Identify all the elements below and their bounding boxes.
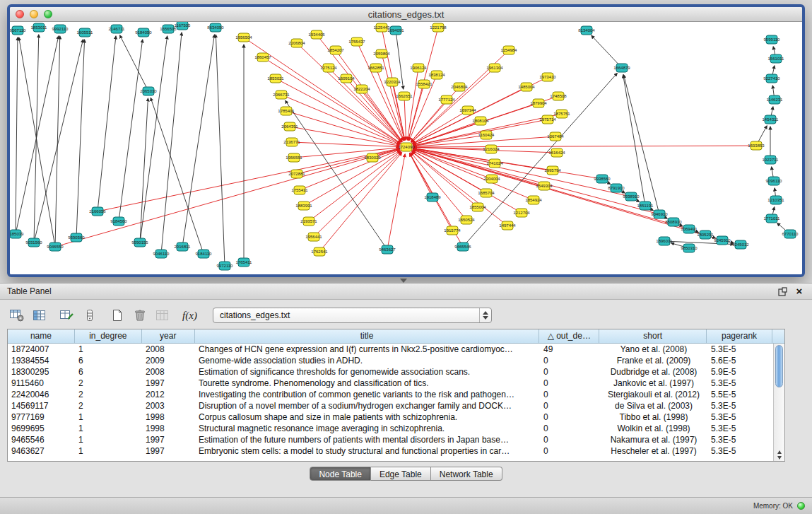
graph-edge[interactable] bbox=[55, 149, 399, 247]
graph-edge[interactable] bbox=[34, 40, 83, 243]
rename-column-icon[interactable] bbox=[57, 306, 76, 325]
cell-year: 2008 bbox=[142, 344, 195, 355]
graph-node-label: 1875751 bbox=[553, 112, 570, 116]
graph-edge[interactable] bbox=[413, 149, 722, 240]
table-scrollbar[interactable] bbox=[773, 344, 784, 461]
cell-in-degree: 1 bbox=[75, 434, 142, 445]
scrollbar-thumb[interactable] bbox=[775, 345, 783, 387]
graph-edge[interactable] bbox=[16, 37, 18, 234]
cell-name: 9777169 bbox=[8, 411, 75, 423]
cell-pagerank: 5.6E-5 bbox=[707, 355, 773, 366]
graph-node-label: 1210351 bbox=[767, 198, 784, 202]
table-row[interactable]: 946362711997Embryonic stem cells: a mode… bbox=[8, 445, 773, 457]
tab-node-table[interactable]: Node Table bbox=[310, 467, 371, 481]
cell-out-degree: 0 bbox=[540, 411, 600, 423]
graph-edge[interactable] bbox=[98, 148, 399, 211]
graph-node-label: 1975714 bbox=[539, 117, 556, 122]
graph-edge[interactable] bbox=[411, 87, 459, 142]
table-row[interactable]: 977716911998Corpus callosum shape and si… bbox=[8, 411, 773, 423]
graph-edge[interactable] bbox=[161, 33, 182, 254]
row-height-icon[interactable] bbox=[80, 306, 99, 325]
graph-edge[interactable] bbox=[413, 150, 534, 200]
select-arrows-icon bbox=[479, 308, 491, 322]
zoom-button[interactable] bbox=[44, 10, 52, 18]
column-header-pagerank[interactable]: pagerank bbox=[707, 329, 772, 343]
graph-edge[interactable] bbox=[314, 152, 401, 237]
graph-node-label: 9972110 bbox=[217, 264, 234, 268]
cell-name: 9463627 bbox=[8, 445, 75, 457]
graph-edge[interactable] bbox=[413, 149, 492, 179]
column-header-out-degree[interactable]: △ out_de… bbox=[539, 329, 599, 343]
graph-edge[interactable] bbox=[592, 35, 622, 68]
graph-edge[interactable] bbox=[387, 154, 405, 250]
graph-edge[interactable] bbox=[413, 146, 756, 147]
cell-year: 1997 bbox=[142, 445, 195, 457]
graph-edge[interactable] bbox=[408, 68, 418, 140]
close-panel-icon[interactable]: × bbox=[794, 286, 805, 297]
graph-edge[interactable] bbox=[98, 36, 116, 211]
graph-edge[interactable] bbox=[140, 36, 167, 243]
tab-network-table[interactable]: Network Table bbox=[431, 467, 502, 481]
table-row[interactable]: 946554611997Estimation of the future num… bbox=[8, 434, 773, 445]
graph-edge[interactable] bbox=[16, 36, 59, 234]
graph-edge[interactable] bbox=[182, 35, 215, 247]
column-header-title[interactable]: title bbox=[195, 329, 540, 343]
cell-in-degree: 2 bbox=[75, 389, 142, 400]
cell-pagerank: 5.5E-5 bbox=[707, 389, 773, 400]
graph-edge[interactable] bbox=[151, 98, 204, 254]
cell-in-degree: 2 bbox=[75, 378, 142, 389]
graph-edge[interactable] bbox=[120, 35, 148, 91]
table-row[interactable]: 1938455462009Genome-wide association stu… bbox=[8, 355, 773, 366]
column-header-in-degree[interactable]: in_degree bbox=[75, 329, 142, 343]
graph-node-label: 1855004 bbox=[469, 205, 486, 209]
network-table-select[interactable]: citations_edges.txt bbox=[213, 308, 492, 323]
graph-edge[interactable] bbox=[413, 151, 522, 213]
create-table-icon[interactable] bbox=[107, 306, 126, 325]
cell-title: Changes of HCN gene expression and I(f) … bbox=[195, 344, 540, 355]
graph-node-label: 9096110 bbox=[766, 179, 783, 183]
cell-name: 9465546 bbox=[8, 434, 75, 445]
window-titlebar[interactable]: citations_edges.txt bbox=[10, 7, 802, 22]
graph-node-label: 1549304 bbox=[536, 184, 553, 188]
column-settings-icon[interactable] bbox=[7, 306, 26, 325]
network-view[interactable]: 1724090185302120667311785401206439121367… bbox=[10, 22, 802, 274]
graph-edge[interactable] bbox=[55, 36, 60, 247]
graph-edge[interactable] bbox=[19, 37, 55, 247]
function-builder-icon[interactable]: f(x) bbox=[180, 306, 199, 325]
float-panel-icon[interactable] bbox=[777, 286, 788, 297]
tab-edge-table[interactable]: Edge Table bbox=[371, 467, 431, 481]
graph-edge[interactable] bbox=[404, 96, 406, 140]
traffic-lights bbox=[16, 10, 52, 18]
graph-edge[interactable] bbox=[412, 151, 478, 207]
graph-edge[interactable] bbox=[623, 75, 645, 206]
table-row[interactable]: 911546021997Tourette syndrome. Phenomeno… bbox=[8, 378, 773, 389]
graph-edge[interactable] bbox=[119, 40, 143, 221]
table-row[interactable]: 1456911722003Disruption of a novel membe… bbox=[8, 400, 773, 411]
graph-node-label: 2059804 bbox=[373, 52, 390, 56]
table-row[interactable]: 969969511998Structural magnetic resonanc… bbox=[8, 423, 773, 434]
graph-edge[interactable] bbox=[413, 148, 631, 197]
minimize-button[interactable] bbox=[30, 10, 38, 18]
scrollbar-arrows[interactable] bbox=[774, 450, 784, 460]
graph-edge[interactable] bbox=[304, 151, 400, 206]
graph-node-label: 1934405 bbox=[308, 33, 325, 37]
graph-node-label: 9184110 bbox=[196, 252, 213, 256]
show-columns-icon[interactable] bbox=[30, 306, 49, 325]
column-header-name[interactable]: name bbox=[8, 329, 75, 343]
column-header-short[interactable]: short bbox=[599, 329, 707, 343]
close-button[interactable] bbox=[16, 10, 24, 18]
cell-name: 19384554 bbox=[8, 355, 75, 366]
network-canvas[interactable]: 1724090185302120667311785401206439121367… bbox=[10, 22, 802, 274]
column-header-year[interactable]: year bbox=[142, 329, 195, 343]
graph-edge[interactable] bbox=[216, 35, 225, 266]
delete-table-icon[interactable] bbox=[130, 306, 149, 325]
import-table-icon[interactable] bbox=[153, 306, 172, 325]
graph-edge[interactable] bbox=[76, 40, 85, 238]
cell-short: Jankovic et al. (1997) bbox=[600, 378, 707, 389]
cell-out-degree: 0 bbox=[540, 389, 600, 400]
graph-node-label: 1765411 bbox=[236, 260, 253, 264]
table-row[interactable]: 1872400712008Changes of HCN gene express… bbox=[8, 344, 773, 355]
table-row[interactable]: 2242004622012Investigating the contribut… bbox=[8, 389, 773, 400]
cell-short: Nakamura et al. (1997) bbox=[600, 434, 707, 445]
table-row[interactable]: 1830029562008Estimation of significance … bbox=[8, 366, 773, 378]
